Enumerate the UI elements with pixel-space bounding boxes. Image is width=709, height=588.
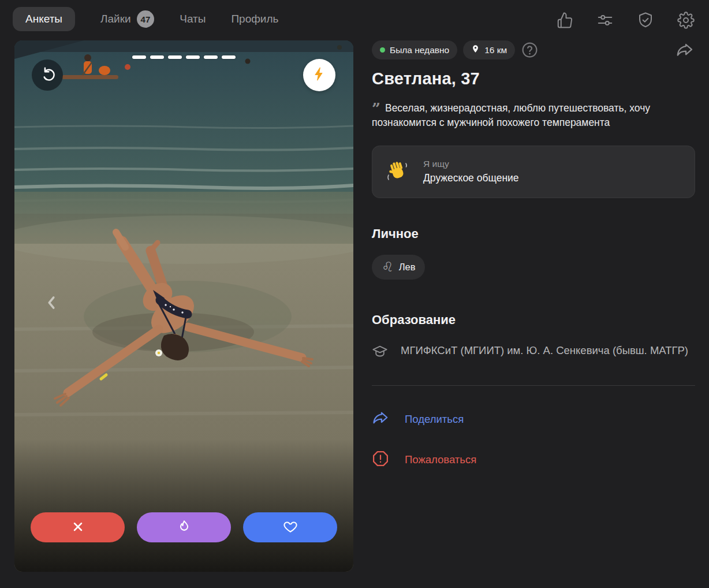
dating-app-page: Анкеты Лайки 47 Чаты Профиль: [0, 0, 709, 588]
online-dot-icon: [380, 47, 385, 53]
share-profile-button-top[interactable]: [676, 41, 694, 59]
looking-for-texts: Я ищу Дружеское общение: [423, 159, 519, 184]
distance-label: 16 км: [484, 45, 507, 55]
gear-icon[interactable]: [677, 11, 695, 29]
tab-profile[interactable]: Профиль: [231, 13, 278, 25]
profile-name-age: Светлана, 37: [372, 69, 695, 88]
looking-for-card[interactable]: Я ищу Дружеское общение: [372, 146, 695, 198]
previous-photo-button[interactable]: [41, 292, 62, 313]
badges-row: Была недавно 16 км: [372, 40, 695, 59]
heart-icon: [283, 519, 298, 536]
likes-count-badge: 47: [137, 10, 155, 28]
photo-progress-dots: [14, 55, 353, 59]
waving-hand-emoji: [385, 159, 411, 184]
quote-text: Веселая, жизнерадостная, люблю путешеств…: [372, 102, 650, 128]
profile-quote: ”Веселая, жизнерадостная, люблю путешест…: [372, 101, 695, 131]
action-buttons: [14, 512, 353, 542]
rotate-ccw-icon: [39, 66, 55, 84]
share-arrow-icon: [372, 410, 389, 429]
shield-check-icon[interactable]: [636, 11, 655, 29]
like-button[interactable]: [243, 512, 337, 542]
looking-for-label: Я ищу: [423, 159, 519, 169]
divider: [372, 385, 695, 386]
leo-zodiac-icon: ♌: [382, 260, 394, 274]
chevron-left-icon: [41, 305, 62, 315]
photo-dot[interactable]: [204, 55, 218, 59]
report-link-label: Пожаловаться: [405, 453, 476, 466]
photo-dot[interactable]: [222, 55, 236, 59]
x-icon: [70, 519, 85, 536]
flame-icon: [177, 519, 192, 536]
tab-profiles[interactable]: Анкеты: [13, 7, 75, 31]
location-pin-icon: [471, 44, 480, 55]
top-navigation: Анкеты Лайки 47 Чаты Профиль: [0, 0, 709, 28]
distance-badge: 16 км: [463, 40, 515, 59]
superlike-button[interactable]: [137, 512, 231, 542]
photo-dot[interactable]: [150, 55, 164, 59]
report-octagon-icon: [372, 450, 389, 470]
main-content: Была недавно 16 км: [0, 40, 709, 572]
online-status-label: Была недавно: [390, 45, 449, 55]
dislike-button[interactable]: [31, 512, 125, 542]
tab-likes[interactable]: Лайки 47: [100, 10, 154, 28]
online-status-badge: Была недавно: [372, 40, 457, 59]
distance-help-button[interactable]: [521, 41, 539, 59]
share-link[interactable]: Поделиться: [372, 410, 695, 429]
zodiac-badge[interactable]: ♌ Лев: [372, 255, 425, 280]
education-row: МГИФКСиТ (МГИИТ) им. Ю. А. Сенкевича (бы…: [372, 343, 695, 362]
profile-photo-card: [14, 40, 353, 572]
section-title-personal: Личное: [372, 226, 695, 241]
zodiac-label: Лев: [399, 262, 416, 273]
thumbs-up-icon[interactable]: [555, 11, 574, 29]
graduation-cap-icon: [372, 343, 388, 362]
beach-photo: [14, 40, 353, 572]
education-value: МГИФКСиТ (МГИИТ) им. Ю. А. Сенкевича (бы…: [401, 343, 688, 359]
nav-icons: [555, 11, 695, 29]
rewind-button[interactable]: [32, 59, 63, 91]
lightning-icon: [312, 66, 327, 84]
photo-dot[interactable]: [132, 55, 146, 59]
question-circle-icon: [521, 51, 539, 61]
report-link[interactable]: Пожаловаться: [372, 450, 695, 470]
looking-for-value: Дружеское общение: [423, 172, 519, 184]
boost-button[interactable]: [303, 59, 335, 91]
quote-icon: ”: [372, 100, 379, 117]
photo-dot[interactable]: [168, 55, 182, 59]
section-title-education: Образование: [372, 312, 695, 328]
sliders-icon[interactable]: [596, 11, 614, 29]
share-link-label: Поделиться: [405, 413, 464, 426]
tab-likes-label: Лайки: [100, 13, 131, 25]
share-arrow-icon: [676, 51, 694, 61]
profile-info-panel: Была недавно 16 км: [372, 40, 695, 572]
tab-chats[interactable]: Чаты: [180, 13, 206, 25]
photo-dot[interactable]: [186, 55, 200, 59]
